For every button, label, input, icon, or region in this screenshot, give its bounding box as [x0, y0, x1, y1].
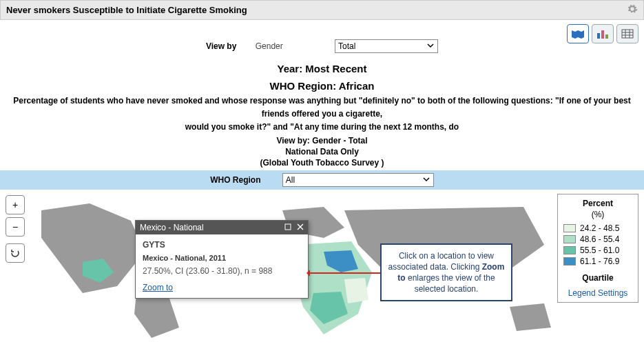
legend-swatch [563, 257, 576, 265]
legend-row: 48.6 - 55.4 [563, 234, 632, 244]
legend-swatch [563, 235, 576, 243]
popup-title: Mexico - National [140, 223, 204, 232]
legend-subtitle: Quartile [563, 273, 632, 283]
zoom-in-button[interactable]: + [6, 195, 25, 214]
gear-icon[interactable] [627, 3, 638, 17]
legend-row: 61.1 - 76.9 [563, 257, 632, 266]
close-icon[interactable] [297, 223, 304, 232]
map-popup: Mexico - National GYTS Mexico - National… [135, 220, 309, 299]
svg-rect-0 [597, 33, 600, 39]
chevron-down-icon [422, 175, 430, 185]
reset-view-button[interactable] [6, 243, 25, 263]
legend-swatch [563, 224, 576, 232]
legend-title: Percent [563, 199, 632, 208]
view-table-button[interactable] [616, 24, 638, 43]
zoom-out-button[interactable]: − [6, 217, 25, 237]
popup-survey: GYTS [143, 240, 301, 250]
page-title: Never smokers Susceptible to Initiate Ci… [6, 5, 247, 15]
callout-arrow [309, 272, 380, 274]
region-heading: WHO Region: African [0, 80, 644, 92]
svg-rect-3 [622, 30, 633, 38]
region-filter-select[interactable]: All [282, 173, 434, 187]
sub-national: National Data Only [0, 147, 644, 157]
legend-row: 55.5 - 61.0 [563, 245, 632, 255]
popup-stat: 27.50%, CI (23.60 - 31.80), n = 988 [143, 266, 301, 276]
callout-text1: Click on a location to view associated d… [388, 251, 494, 272]
sub-viewby: View by: Gender - Total [0, 136, 644, 146]
legend-swatch [563, 246, 576, 254]
legend-panel: Percent (%) 24.2 - 48.548.6 - 55.455.5 -… [557, 194, 638, 303]
popup-maximize-icon[interactable] [284, 223, 291, 232]
callout-text2: enlarges the view of the selected locati… [406, 273, 495, 294]
view-map-button[interactable] [567, 24, 589, 43]
help-callout: Click on a location to view associated d… [380, 243, 512, 302]
svg-rect-2 [605, 34, 608, 39]
viewby-value: Total [338, 41, 355, 51]
legend-row: 24.2 - 48.5 [563, 223, 632, 233]
legend-settings-link[interactable]: Legend Settings [563, 288, 632, 298]
legend-label: 48.6 - 55.4 [580, 234, 619, 244]
year-heading: Year: Most Recent [0, 63, 644, 74]
description-line1: Percentage of students who have never sm… [13, 96, 631, 119]
chevron-down-icon [426, 41, 435, 52]
viewby-field: Gender [256, 41, 283, 51]
viewby-label: View by [206, 41, 236, 51]
legend-label: 61.1 - 76.9 [580, 257, 619, 266]
view-chart-button[interactable] [592, 24, 614, 43]
legend-label: 55.5 - 61.0 [580, 245, 619, 255]
legend-unit: (%) [563, 210, 632, 219]
viewby-select[interactable]: Total [335, 39, 438, 53]
sub-survey: (Global Youth Tobacco Survey ) [0, 158, 644, 168]
svg-rect-1 [601, 30, 604, 39]
popup-location: Mexico - National, 2011 [143, 254, 301, 262]
svg-rect-9 [285, 224, 291, 230]
world-map[interactable]: + − Mexico - National GYTS [0, 190, 644, 341]
region-filter-value: All [286, 175, 295, 185]
popup-zoom-link[interactable]: Zoom to [143, 283, 301, 292]
region-filter-label: WHO Region [210, 175, 260, 185]
description-line2: would you smoke it?" and "At any time du… [185, 122, 459, 132]
legend-label: 24.2 - 48.5 [580, 223, 619, 233]
